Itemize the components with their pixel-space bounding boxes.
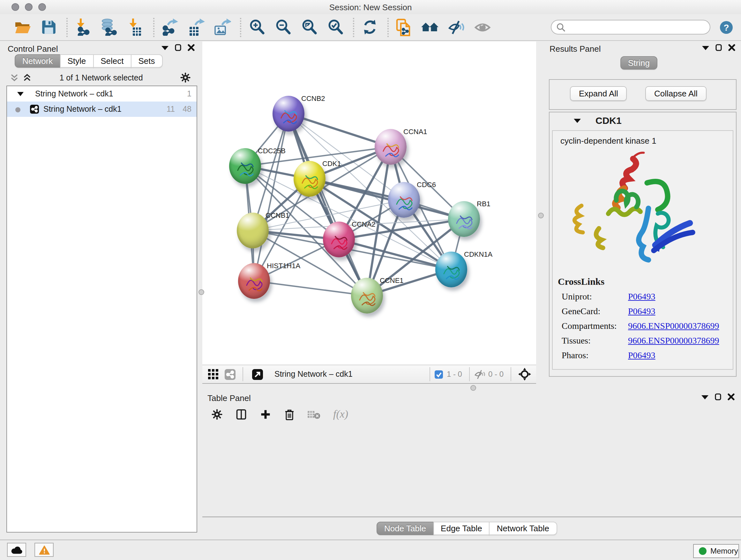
apply-layout-button[interactable] <box>360 17 379 37</box>
tab-style[interactable]: Style <box>60 54 93 68</box>
search-input[interactable] <box>569 22 704 32</box>
network-node[interactable] <box>388 182 420 218</box>
save-session-button[interactable] <box>39 17 58 37</box>
zoom-in-button[interactable] <box>247 17 266 37</box>
tab-network[interactable]: Network <box>15 54 60 68</box>
horizontal-splitter-handle[interactable] <box>470 385 476 391</box>
delete-column-icon[interactable] <box>284 408 295 421</box>
table-options-gear-icon[interactable] <box>211 409 223 420</box>
network-collection-row[interactable]: String Network – cdk1 1 <box>7 86 197 102</box>
toolbar-search[interactable] <box>551 20 711 35</box>
status-bar: Memory <box>0 540 741 560</box>
first-neighbors-button[interactable] <box>421 17 440 37</box>
network-label: String Network – cdk1 <box>44 105 122 114</box>
crosslinks-title: CrossLinks <box>558 276 733 287</box>
panel-collapse-icon[interactable] <box>702 45 709 50</box>
crosslink-genecard-link[interactable]: P06493 <box>628 307 656 317</box>
panel-float-icon[interactable] <box>175 44 181 51</box>
protein-thumbnail-icon <box>274 100 302 130</box>
network-edge[interactable] <box>310 179 464 219</box>
memory-button[interactable]: Memory <box>693 544 739 558</box>
hidden-count: 0 - 0 <box>488 370 503 379</box>
crosslink-tissues-link[interactable]: 9606.ENSP00000378699 <box>628 336 719 346</box>
tab-edge-table[interactable]: Edge Table <box>433 522 490 535</box>
network-share-icon <box>78 27 89 36</box>
tree-expander-icon[interactable] <box>17 92 23 97</box>
panel-float-icon[interactable] <box>716 44 722 51</box>
string-network-icon <box>30 105 39 114</box>
export-network-button[interactable] <box>160 17 179 37</box>
network-options-gear-icon[interactable] <box>180 72 191 83</box>
export-image-button[interactable] <box>212 17 232 37</box>
tab-node-table[interactable]: Node Table <box>377 522 434 535</box>
import-table-button[interactable] <box>126 17 145 37</box>
network-node[interactable] <box>351 278 383 314</box>
protein-structure-image <box>568 149 702 274</box>
network-edge[interactable] <box>254 114 288 281</box>
birdseye-grid-button[interactable] <box>206 365 220 384</box>
selected-checkbox-icon[interactable] <box>434 370 443 378</box>
add-column-icon[interactable] <box>260 409 271 420</box>
panel-collapse-icon[interactable] <box>161 45 169 50</box>
panel-close-icon[interactable] <box>728 44 735 51</box>
zoom-selected-button[interactable] <box>326 17 345 37</box>
network-view-toolbar: String Network – cdk1 1 - 0 0 - 0 <box>202 365 536 384</box>
help-button[interactable]: ? <box>719 20 733 34</box>
tab-select[interactable]: Select <box>93 54 131 68</box>
zoom-selected-icon <box>329 20 341 33</box>
fit-content-button[interactable] <box>517 365 532 384</box>
network-node[interactable] <box>435 252 467 287</box>
vertical-splitter-handle[interactable] <box>538 212 544 219</box>
crosslink-label: Tissues: <box>562 336 628 346</box>
zoom-out-button[interactable] <box>273 17 292 37</box>
network-node[interactable] <box>273 96 305 132</box>
crosslink-pharos-link[interactable]: P06493 <box>628 351 656 361</box>
tab-string-results[interactable]: String <box>620 56 657 70</box>
panel-close-icon[interactable] <box>728 393 735 400</box>
panel-collapse-icon[interactable] <box>701 394 709 399</box>
open-folder-icon <box>15 22 29 26</box>
protein-thumbnail-icon <box>295 165 324 195</box>
panel-float-icon[interactable] <box>715 393 721 400</box>
network-row[interactable]: String Network – cdk1 11 48 <box>7 102 197 117</box>
network-node-label: HIST1H1A <box>267 262 300 269</box>
copy-documents-icon <box>397 19 409 35</box>
export-table-button[interactable] <box>186 17 205 37</box>
clone-network-button[interactable] <box>394 17 414 37</box>
open-in-window-button[interactable] <box>250 365 264 384</box>
cloud-status-button[interactable] <box>7 543 26 557</box>
network-edge[interactable] <box>254 281 367 296</box>
import-network-file-button[interactable] <box>73 17 92 37</box>
collapse-all-button[interactable]: Collapse All <box>645 86 706 101</box>
open-session-button[interactable] <box>13 17 32 37</box>
protein-collapse-icon[interactable] <box>574 118 581 123</box>
tab-sets[interactable]: Sets <box>131 54 162 68</box>
tab-network-table[interactable]: Network Table <box>489 522 557 535</box>
hide-selected-button[interactable] <box>447 17 466 37</box>
show-columns-icon[interactable] <box>235 409 247 420</box>
show-all-button[interactable] <box>473 17 492 37</box>
import-arrow-icon <box>130 18 137 27</box>
zoom-fit-button[interactable] <box>299 17 319 37</box>
import-network-database-button[interactable] <box>99 17 119 37</box>
title-bar: Session: New Session <box>0 0 741 15</box>
crosslink-compartments-link[interactable]: 9606.ENSP00000378699 <box>628 321 719 331</box>
warnings-button[interactable] <box>35 543 54 557</box>
network-node-label: CDC6 <box>417 181 436 188</box>
network-node[interactable] <box>293 161 326 197</box>
network-node-label: CCNB2 <box>301 95 325 102</box>
network-share-icon <box>163 26 173 36</box>
panel-close-icon[interactable] <box>188 44 195 51</box>
crosslink-uniprot-link[interactable]: P06493 <box>628 292 656 302</box>
expand-all-button[interactable]: Expand All <box>570 86 627 101</box>
window-title: Session: New Session <box>0 3 741 12</box>
string-panel-toggle-button[interactable] <box>223 365 237 384</box>
protein-thumbnail-icon <box>353 282 381 312</box>
network-node[interactable] <box>238 263 270 299</box>
network-node[interactable] <box>323 222 355 257</box>
network-node[interactable] <box>229 148 261 184</box>
network-node[interactable] <box>448 201 480 237</box>
network-node[interactable] <box>237 212 269 248</box>
network-canvas[interactable]: CCNB2CCNA1CDC25BCDK1CDC6RB1CCNB1CCNA2CDK… <box>202 42 536 365</box>
network-node[interactable] <box>375 129 407 165</box>
